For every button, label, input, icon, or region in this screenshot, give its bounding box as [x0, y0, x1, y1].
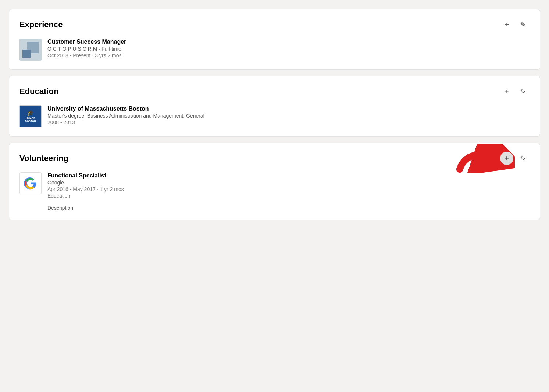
volunteering-edit-button[interactable]: ✎	[516, 152, 530, 165]
experience-company: O C T O P U S C R M · Full-time	[47, 46, 530, 52]
education-entry: 🎓 UMASSBOSTON University of Massachusett…	[19, 105, 530, 127]
google-logo	[19, 172, 42, 194]
volunteering-card: Volunteering + ✎	[9, 143, 540, 220]
education-entry-info: University of Massachusetts Boston Maste…	[47, 105, 530, 125]
experience-edit-button[interactable]: ✎	[516, 18, 530, 31]
experience-card: Experience + ✎ Customer Success Manager …	[9, 9, 540, 70]
experience-duration: Oct 2018 - Present · 3 yrs 2 mos	[47, 53, 530, 58]
education-card-header: Education + ✎	[19, 85, 530, 98]
experience-actions: + ✎	[500, 18, 530, 31]
volunteering-description-label: Description	[47, 205, 530, 211]
volunteering-job-title: Functional Specialist	[47, 172, 530, 179]
google-g-icon	[24, 177, 37, 190]
volunteering-entry: Functional Specialist Google Apr 2016 - …	[19, 172, 530, 211]
experience-job-title: Customer Success Manager	[47, 39, 530, 45]
volunteering-add-button[interactable]: +	[500, 152, 513, 165]
education-actions: + ✎	[500, 85, 530, 98]
volunteering-duration: Apr 2016 - May 2017 · 1 yr 2 mos	[47, 186, 530, 192]
volunteering-entry-info: Functional Specialist Google Apr 2016 - …	[47, 172, 530, 211]
education-title: Education	[19, 87, 58, 96]
education-card: Education + ✎ 🎓 UMASSBOSTON University o…	[9, 76, 540, 137]
volunteering-category: Education	[47, 193, 530, 199]
education-school: University of Massachusetts Boston	[47, 105, 530, 112]
education-edit-button[interactable]: ✎	[516, 85, 530, 98]
experience-title: Experience	[19, 20, 63, 29]
volunteering-actions: + ✎	[500, 152, 530, 165]
volunteering-title: Volunteering	[19, 154, 68, 163]
education-degree: Master's degree, Business Administration…	[47, 113, 530, 119]
experience-entry-info: Customer Success Manager O C T O P U S C…	[47, 39, 530, 58]
experience-entry: Customer Success Manager O C T O P U S C…	[19, 39, 530, 61]
experience-card-header: Experience + ✎	[19, 18, 530, 31]
umass-logo: 🎓 UMASSBOSTON	[19, 105, 42, 127]
volunteering-company: Google	[47, 180, 530, 186]
education-years: 2008 - 2013	[47, 119, 530, 125]
education-add-button[interactable]: +	[500, 85, 513, 98]
volunteering-card-header: Volunteering + ✎	[19, 152, 530, 165]
experience-add-button[interactable]: +	[500, 18, 513, 31]
octopus-crm-logo	[19, 39, 42, 61]
